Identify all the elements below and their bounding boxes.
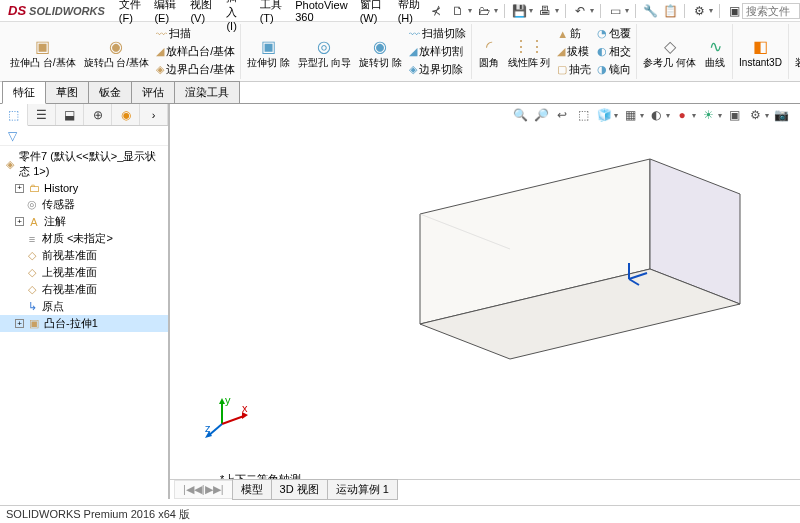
tree-material-label: 材质 <未指定> [42, 231, 113, 246]
mirror-button[interactable]: ◑镜向 [595, 61, 633, 78]
new-icon[interactable]: 🗋 [450, 3, 466, 19]
draft-button[interactable]: ◢拔模 [555, 43, 593, 60]
expand-icon[interactable]: ▣ [726, 3, 742, 19]
search-box[interactable] [742, 3, 800, 19]
tab-motion[interactable]: 运动算例 1 [327, 479, 398, 500]
config-icon: ⬓ [62, 107, 78, 123]
tree-history[interactable]: +🗀History [0, 180, 168, 196]
tree-sensors[interactable]: ◎传感器 [0, 196, 168, 213]
search-input[interactable] [746, 5, 796, 17]
thread-button[interactable]: ⌀装饰螺 纹线 [792, 34, 800, 69]
select-icon[interactable]: ▭ [607, 3, 623, 19]
menu-view[interactable]: 视图(V) [184, 0, 220, 26]
status-bar: SOLIDWORKS Premium 2016 x64 版 [0, 505, 800, 523]
part-icon: ◈ [4, 157, 16, 171]
boundary-cut-button[interactable]: ◈边界切除 [407, 61, 468, 78]
tree-origin[interactable]: ↳原点 [0, 298, 168, 315]
tree-annotations[interactable]: +A注解 [0, 213, 168, 230]
expand-icon[interactable]: + [15, 319, 24, 328]
app-logo: DS SOLIDWORKS [0, 3, 113, 18]
model-geometry[interactable] [410, 154, 750, 364]
tree-front-plane[interactable]: ◇前视基准面 [0, 247, 168, 264]
fillet-button[interactable]: ◜圆角 [475, 25, 503, 78]
revolve-boss-button[interactable]: ◉旋转凸 台/基体 [81, 25, 153, 78]
pattern-button[interactable]: ⋮⋮线性阵 列 [505, 25, 554, 78]
extrude-boss-button[interactable]: ▣拉伸凸 台/基体 [7, 25, 79, 78]
loft-cut-button[interactable]: ◢放样切割 [407, 43, 468, 60]
panel-tab-render[interactable]: ◉ [112, 104, 140, 125]
expand-icon[interactable]: + [15, 217, 24, 226]
intersect-button[interactable]: ◐相交 [595, 43, 633, 60]
render-preview-icon[interactable]: ▣ [725, 106, 743, 124]
settings-icon[interactable]: ⚙ [691, 3, 707, 19]
instant3d-button[interactable]: ◧Instant3D [736, 34, 785, 69]
undo-icon[interactable]: ↶ [572, 3, 588, 19]
scene-icon[interactable]: ☀ [699, 106, 717, 124]
menu-tools[interactable]: 工具(T) [254, 0, 290, 26]
hole-wizard-button[interactable]: ◎异型孔 向导 [295, 25, 354, 78]
tab-nav-buttons[interactable]: |◀◀|▶▶| [174, 480, 233, 499]
feature-tree-panel: ⬚ ☰ ⬓ ⊕ ◉ › ▽ ◈零件7 (默认<<默认>_显示状态 1>) +🗀H… [0, 104, 170, 499]
camera-icon[interactable]: 📷 [772, 106, 790, 124]
tree-top-plane[interactable]: ◇上视基准面 [0, 264, 168, 281]
sweep-cut-button[interactable]: 〰扫描切除 [407, 25, 468, 42]
panel-tab-config[interactable]: ⬓ [56, 104, 84, 125]
viewport[interactable]: 🔍 🔎 ↩ ⬚ 🧊▾ ▦▾ ◐▾ ●▾ ☀▾ ▣ ⚙▾ 📷 [170, 104, 800, 499]
tree-origin-label: 原点 [42, 299, 64, 314]
tab-model[interactable]: 模型 [232, 479, 272, 500]
shell-button[interactable]: ▢抽壳 [555, 61, 593, 78]
revolve-cut-button[interactable]: ◉旋转切 除 [356, 25, 405, 78]
wrap-button[interactable]: ◔包覆 [595, 25, 633, 42]
sensor-icon: ◎ [25, 198, 39, 212]
prev-view-icon[interactable]: ↩ [553, 106, 571, 124]
curves-button[interactable]: ∿曲线 [701, 34, 729, 69]
panel-tab-more[interactable]: › [140, 104, 168, 125]
menu-pin-icon[interactable]: ⊀ [428, 3, 444, 19]
tab-evaluate[interactable]: 评估 [131, 81, 175, 103]
tab-feature[interactable]: 特征 [2, 81, 46, 104]
menu-edit[interactable]: 编辑(E) [148, 0, 184, 26]
filter-icon[interactable]: ▽ [4, 128, 20, 144]
tab-sheetmetal[interactable]: 钣金 [88, 81, 132, 103]
menu-help[interactable]: 帮助(H) [392, 0, 428, 26]
tree-feature-extrude1[interactable]: +▣凸台-拉伸1 [0, 315, 168, 332]
tree-root[interactable]: ◈零件7 (默认<<默认>_显示状态 1>) [0, 148, 168, 180]
appearance-icon[interactable]: ● [673, 106, 691, 124]
sweep-button[interactable]: 〰扫描 [154, 25, 237, 42]
print-icon[interactable]: 🖶 [537, 3, 553, 19]
view-orient-icon[interactable]: 🧊 [595, 106, 613, 124]
panel-tab-dim[interactable]: ⊕ [84, 104, 112, 125]
section-icon[interactable]: ⬚ [574, 106, 592, 124]
menu-window[interactable]: 窗口(W) [354, 0, 392, 26]
settings-view-icon[interactable]: ⚙ [746, 106, 764, 124]
render-icon: ◉ [118, 107, 134, 123]
extrude-cut-button[interactable]: ▣拉伸切 除 [244, 25, 293, 78]
zoom-area-icon[interactable]: 🔎 [532, 106, 550, 124]
plane-icon: ◇ [25, 249, 39, 263]
tab-3dview[interactable]: 3D 视图 [271, 479, 328, 500]
loft-button[interactable]: ◢放样凸台/基体 [154, 43, 237, 60]
tree-right-plane[interactable]: ◇右视基准面 [0, 281, 168, 298]
open-icon[interactable]: 🗁 [476, 3, 492, 19]
options-icon[interactable]: 📋 [662, 3, 678, 19]
display-style-icon[interactable]: ▦ [621, 106, 639, 124]
tab-render[interactable]: 渲染工具 [174, 81, 240, 103]
boundary-button[interactable]: ◈边界凸台/基体 [154, 61, 237, 78]
expand-icon[interactable]: + [15, 184, 24, 193]
panel-tab-property[interactable]: ☰ [28, 104, 56, 125]
hide-show-icon[interactable]: ◐ [647, 106, 665, 124]
tree-material[interactable]: ≡材质 <未指定> [0, 230, 168, 247]
rib-button[interactable]: ▲筋 [555, 25, 593, 42]
titlebar: DS SOLIDWORKS 文件(F) 编辑(E) 视图(V) 插入(I) 工具… [0, 0, 800, 22]
zoom-fit-icon[interactable]: 🔍 [511, 106, 529, 124]
rebuild-icon[interactable]: 🔧 [642, 3, 658, 19]
panel-tab-tree[interactable]: ⬚ [0, 104, 28, 126]
tree-top-label: 上视基准面 [42, 265, 97, 280]
tab-sketch[interactable]: 草图 [45, 81, 89, 103]
save-icon[interactable]: 💾 [511, 3, 527, 19]
tree-root-label: 零件7 (默认<<默认>_显示状态 1>) [19, 149, 164, 179]
menu-photoview[interactable]: PhotoView 360 [289, 0, 353, 25]
menu-file[interactable]: 文件(F) [113, 0, 149, 26]
refgeom-button[interactable]: ◇参考几 何体 [640, 34, 699, 69]
plane-icon: ◇ [25, 266, 39, 280]
